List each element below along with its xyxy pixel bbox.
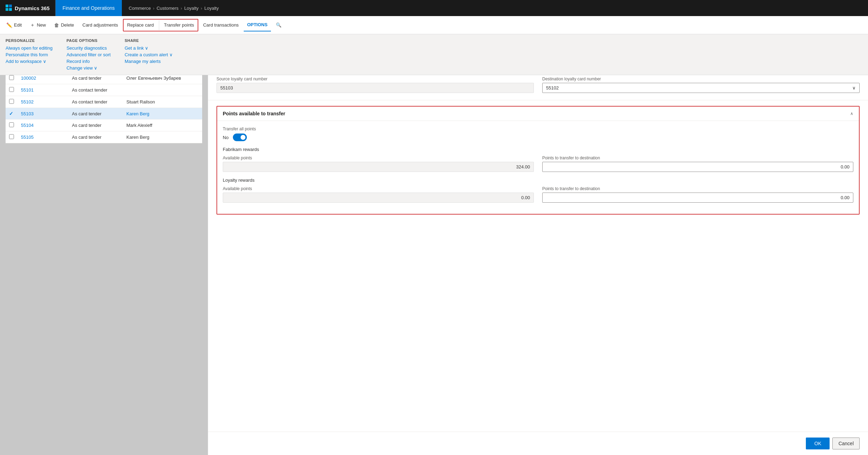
destination-card-dropdown[interactable]: 55102 ∨ (542, 83, 860, 93)
breadcrumb-loyalty1[interactable]: Loyalty (184, 6, 199, 11)
row-checkbox[interactable] (9, 99, 14, 104)
personalize-form-link[interactable]: Personalize this form (6, 52, 52, 57)
card-type-cell: As contact tender (68, 84, 123, 96)
delete-icon: 🗑 (54, 22, 59, 28)
loyalty-destination-label: Points to transfer to destination (542, 186, 853, 191)
replace-card-button[interactable]: Replace card (124, 20, 157, 31)
search-toolbar-button[interactable]: 🔍 (272, 19, 285, 31)
row-check-cell[interactable] (6, 84, 17, 96)
create-custom-alert-link[interactable]: Create a custom alert ∨ (125, 52, 173, 57)
fabrikam-rewards-group: Fabrikam rewards Available points Points… (223, 147, 853, 172)
card-transactions-button[interactable]: Card transactions (200, 19, 242, 31)
customer-name-cell: Mark Alexieff (123, 120, 202, 131)
breadcrumb-sep3: › (201, 6, 202, 11)
ok-label: OK (814, 441, 821, 446)
security-diagnostics-link[interactable]: Security diagnostics (66, 45, 110, 51)
selected-checkmark: ✓ (9, 111, 13, 116)
breadcrumb-customers[interactable]: Customers (156, 6, 178, 11)
new-button[interactable]: ＋ New (27, 19, 49, 31)
source-card-field: Source loyalty card number 55103 (216, 77, 534, 93)
personalize-items: Always open for editing Personalize this… (6, 45, 52, 64)
dynamics-brand[interactable]: Dynamics 365 (0, 0, 56, 16)
page-options-items: Security diagnostics Advanced filter or … (66, 45, 110, 71)
edit-button[interactable]: ✏️ Edit (3, 19, 25, 31)
dynamics-title: Dynamics 365 (15, 5, 50, 11)
replace-card-label: Replace card (127, 22, 154, 28)
change-view-link[interactable]: Change view ∨ (66, 65, 110, 71)
source-card-label: Source loyalty card number (216, 77, 534, 81)
options-button[interactable]: OPTIONS (244, 19, 271, 31)
dialog-body: Cards ∧ Source loyalty card number 55103… (208, 55, 868, 432)
delete-label: Delete (61, 22, 74, 28)
loyalty-destination-field: Points to transfer to destination (542, 186, 853, 203)
fabrikam-available-field: Available points (223, 156, 534, 172)
add-to-workspace-link[interactable]: Add to workspace ∨ (6, 59, 52, 64)
always-open-editing-link[interactable]: Always open for editing (6, 45, 52, 51)
card-adjustments-label: Card adjustments (82, 22, 118, 28)
brand-area: Dynamics 365 Finance and Operations (0, 0, 122, 16)
svg-rect-1 (9, 5, 12, 7)
card-id-cell[interactable]: 55105 (17, 131, 68, 143)
replace-transfer-group: Replace card Transfer points (123, 19, 198, 31)
toolbar: ✏️ Edit ＋ New 🗑 Delete Card adjustments … (0, 16, 868, 34)
fabrikam-points-row: Available points Points to transfer to d… (223, 156, 853, 172)
row-checkbox[interactable] (9, 75, 14, 80)
card-id-cell[interactable]: 55103 (17, 108, 68, 120)
cards-section-content: Source loyalty card number 55103 Destina… (208, 71, 868, 100)
ok-button[interactable]: OK (806, 438, 830, 449)
toggle-slider (233, 133, 247, 141)
card-id-cell[interactable]: 55102 (17, 96, 68, 108)
row-checkbox[interactable] (9, 87, 14, 92)
row-check-cell[interactable] (6, 131, 17, 143)
breadcrumb-loyalty2[interactable]: Loyalty (204, 6, 219, 11)
loyalty-available-label: Available points (223, 186, 534, 191)
card-id-cell[interactable]: 55101 (17, 84, 68, 96)
card-id-cell[interactable]: 55104 (17, 120, 68, 131)
fabrikam-destination-input[interactable] (542, 162, 853, 172)
points-section-header[interactable]: Points available to transfer ∧ (217, 107, 859, 121)
row-check-cell[interactable] (6, 96, 17, 108)
manage-alerts-link[interactable]: Manage my alerts (125, 59, 173, 64)
row-checkbox[interactable] (9, 122, 14, 127)
breadcrumb-commerce[interactable]: Commerce (129, 6, 151, 11)
transfer-points-label: Transfer points (164, 22, 194, 28)
dialog-footer: OK Cancel (208, 432, 868, 455)
table-row: 55101 As contact tender (6, 84, 202, 96)
finance-ops-title: Finance and Operations (62, 5, 115, 11)
delete-button[interactable]: 🗑 Delete (51, 19, 78, 31)
customer-name-cell[interactable]: Karen Berg (123, 108, 202, 120)
advanced-filter-link[interactable]: Advanced filter or sort (66, 52, 110, 57)
main-layout: LOYALTY CARDS 🔍 ✓ Card number ↑ Card typ… (0, 34, 868, 455)
svg-rect-3 (9, 8, 12, 11)
loyalty-destination-input[interactable] (542, 193, 853, 203)
points-collapse-icon: ∧ (850, 111, 853, 116)
row-checkbox[interactable] (9, 134, 14, 139)
card-numbers-row: Source loyalty card number 55103 Destina… (216, 77, 860, 93)
transfer-all-toggle[interactable] (233, 133, 247, 141)
row-check-cell[interactable]: ✓ (6, 108, 17, 120)
toggle-no-text: No (223, 135, 229, 140)
edit-icon: ✏️ (6, 22, 12, 28)
card-type-cell: As contact tender (68, 96, 123, 108)
row-check-cell[interactable] (6, 120, 17, 131)
card-type-cell: As card tender (68, 108, 123, 120)
source-card-value: 55103 (216, 83, 534, 93)
record-info-link[interactable]: Record info (66, 59, 110, 64)
table-row: 55105 As card tender Karen Berg (6, 131, 202, 143)
get-link-link[interactable]: Get a link ∨ (125, 45, 173, 51)
toggle-row: No (223, 133, 853, 141)
table-row-selected: ✓ 55103 As card tender Karen Berg (6, 108, 202, 120)
breadcrumb-sep1: › (153, 6, 154, 11)
card-type-cell: As card tender (68, 120, 123, 131)
customer-name-cell (123, 84, 202, 96)
fabrikam-available-label: Available points (223, 156, 534, 160)
finance-ops-brand[interactable]: Finance and Operations (56, 0, 122, 16)
card-adjustments-button[interactable]: Card adjustments (79, 19, 122, 31)
fabrikam-available-input (223, 162, 534, 172)
transfer-points-button[interactable]: Transfer points (161, 20, 198, 31)
cancel-button[interactable]: Cancel (832, 438, 860, 449)
loyalty-points-row: Available points Points to transfer to d… (223, 186, 853, 203)
card-transactions-label: Card transactions (203, 22, 239, 28)
fabrikam-title: Fabrikam rewards (223, 147, 853, 152)
options-page-section: PAGE OPTIONS Security diagnostics Advanc… (66, 38, 110, 71)
